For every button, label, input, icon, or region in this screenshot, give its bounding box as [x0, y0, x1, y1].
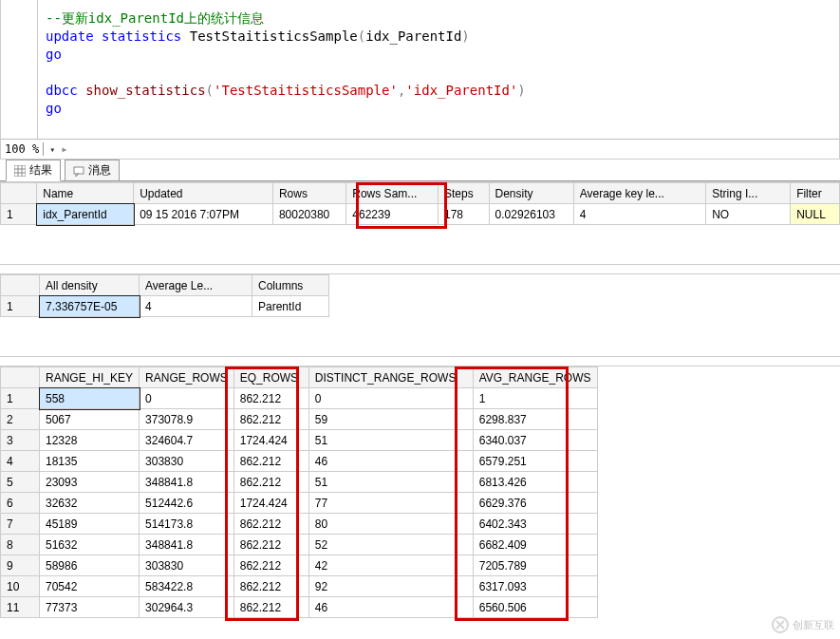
cell[interactable]: 6317.093	[473, 576, 597, 597]
cell[interactable]: 302964.3	[140, 597, 234, 618]
cell[interactable]: 862.212	[233, 597, 308, 618]
histogram-grid[interactable]: RANGE_HI_KEY RANGE_ROWS EQ_ROWS DISTINCT…	[0, 366, 598, 618]
table-row[interactable]: 418135303830862.212466579.251	[1, 451, 598, 472]
table-row[interactable]: 25067373078.9862.212596298.837	[1, 409, 598, 430]
table-row[interactable]: 1 7.336757E-05 4 ParentId	[1, 296, 329, 317]
cell[interactable]: 46	[308, 597, 473, 618]
cell[interactable]: 6402.343	[473, 514, 597, 535]
cell[interactable]: 0	[140, 388, 234, 409]
col-name[interactable]: Name	[37, 183, 134, 204]
cell[interactable]: 862.212	[233, 514, 308, 535]
cell[interactable]: 514173.8	[140, 514, 234, 535]
table-row[interactable]: 745189514173.8862.212806402.343	[1, 514, 598, 535]
cell[interactable]: 46	[308, 451, 473, 472]
col-distinct-range-rows[interactable]: DISTINCT_RANGE_ROWS	[308, 367, 473, 388]
cell-all-density[interactable]: 7.336757E-05	[40, 296, 140, 317]
row-number[interactable]: 3	[1, 430, 40, 451]
table-row[interactable]: 523093348841.8862.212516813.426	[1, 472, 598, 493]
col-range-rows[interactable]: RANGE_ROWS	[140, 367, 234, 388]
tab-messages[interactable]: 消息	[65, 160, 120, 180]
cell[interactable]: 862.212	[233, 451, 308, 472]
cell[interactable]: 303830	[140, 451, 234, 472]
cell[interactable]: 862.212	[233, 472, 308, 493]
table-row[interactable]: 15580862.21201	[1, 388, 598, 409]
row-number[interactable]: 11	[1, 597, 40, 618]
cell[interactable]: 6560.506	[473, 597, 597, 618]
cell[interactable]: 80	[308, 514, 473, 535]
cell[interactable]: 6682.409	[473, 535, 597, 555]
density-grid[interactable]: All density Average Le... Columns 1 7.33…	[0, 274, 329, 317]
cell[interactable]: 512442.6	[140, 493, 234, 514]
cell[interactable]: 1	[473, 388, 597, 409]
cell[interactable]: 23093	[40, 472, 140, 493]
table-row[interactable]: 1 idx_ParentId 09 15 2016 7:07PM 8002038…	[1, 204, 840, 225]
cell[interactable]: 6629.376	[473, 493, 597, 514]
chevron-down-icon[interactable]: ▾	[43, 142, 55, 156]
cell-density[interactable]: 0.02926103	[489, 204, 573, 225]
cell[interactable]: 77	[308, 493, 473, 514]
cell-name[interactable]: idx_ParentId	[37, 204, 134, 225]
cell[interactable]: 59	[308, 409, 473, 430]
cell[interactable]: 373078.9	[140, 409, 234, 430]
col-rows-sampled[interactable]: Rows Sam...	[346, 183, 439, 204]
cell[interactable]: 324604.7	[140, 430, 234, 451]
zoom-level[interactable]: 100 %	[5, 142, 39, 156]
cell[interactable]: 77373	[40, 597, 140, 618]
cell[interactable]: 70542	[40, 576, 140, 597]
row-number[interactable]: 7	[1, 514, 40, 535]
col-range-hi-key[interactable]: RANGE_HI_KEY	[40, 367, 140, 388]
col-string-index[interactable]: String I...	[706, 183, 791, 204]
row-number[interactable]: 6	[1, 493, 40, 514]
table-row[interactable]: 958986303830862.212427205.789	[1, 555, 598, 576]
cell-rows-sampled[interactable]: 462239	[346, 204, 439, 225]
cell[interactable]: 58986	[40, 555, 140, 576]
col-rows[interactable]: Rows	[272, 183, 345, 204]
cell[interactable]: 862.212	[233, 555, 308, 576]
cell[interactable]: 583422.8	[140, 576, 234, 597]
cell[interactable]: 348841.8	[140, 472, 234, 493]
cell[interactable]: 6298.837	[473, 409, 597, 430]
row-number[interactable]: 1	[1, 204, 37, 225]
cell-updated[interactable]: 09 15 2016 7:07PM	[134, 204, 273, 225]
row-number[interactable]: 1	[1, 388, 40, 409]
cell[interactable]: 5067	[40, 409, 140, 430]
table-row[interactable]: 312328324604.71724.424516340.037	[1, 430, 598, 451]
cell-avg-key-len[interactable]: 4	[573, 204, 706, 225]
cell-string-index[interactable]: NO	[706, 204, 791, 225]
cell[interactable]: 45189	[40, 514, 140, 535]
cell-avg-len[interactable]: 4	[140, 296, 252, 317]
code-editor[interactable]: --更新idx_ParentId上的统计信息 update statistics…	[0, 0, 840, 139]
col-avg-len[interactable]: Average Le...	[140, 275, 252, 296]
cell[interactable]: 862.212	[233, 535, 308, 555]
row-number[interactable]: 2	[1, 409, 40, 430]
cell-steps[interactable]: 178	[438, 204, 489, 225]
col-steps[interactable]: Steps	[438, 183, 489, 204]
col-updated[interactable]: Updated	[134, 183, 273, 204]
col-avg-range-rows[interactable]: AVG_RANGE_ROWS	[473, 367, 597, 388]
cell[interactable]: 862.212	[233, 576, 308, 597]
col-filter[interactable]: Filter	[791, 183, 840, 204]
cell[interactable]: 348841.8	[140, 535, 234, 555]
col-all-density[interactable]: All density	[40, 275, 140, 296]
cell[interactable]: 1724.424	[233, 430, 308, 451]
cell[interactable]: 6340.037	[473, 430, 597, 451]
table-row[interactable]: 1070542583422.8862.212926317.093	[1, 576, 598, 597]
cell[interactable]: 6579.251	[473, 451, 597, 472]
cell[interactable]: 558	[40, 388, 140, 409]
cell[interactable]: 1724.424	[233, 493, 308, 514]
cell[interactable]: 7205.789	[473, 555, 597, 576]
cell[interactable]: 51	[308, 430, 473, 451]
cell[interactable]: 32632	[40, 493, 140, 514]
table-row[interactable]: 851632348841.8862.212526682.409	[1, 535, 598, 555]
stats-header-grid[interactable]: Name Updated Rows Rows Sam... Steps Dens…	[0, 182, 840, 225]
cell[interactable]: 862.212	[233, 388, 308, 409]
editor-text[interactable]: --更新idx_ParentId上的统计信息 update statistics…	[38, 0, 533, 139]
cell[interactable]: 6813.426	[473, 472, 597, 493]
cell[interactable]: 42	[308, 555, 473, 576]
cell[interactable]: 0	[308, 388, 473, 409]
cell[interactable]: 51632	[40, 535, 140, 555]
col-density[interactable]: Density	[489, 183, 573, 204]
cell-columns[interactable]: ParentId	[252, 296, 329, 317]
cell[interactable]: 51	[308, 472, 473, 493]
row-number[interactable]: 10	[1, 576, 40, 597]
